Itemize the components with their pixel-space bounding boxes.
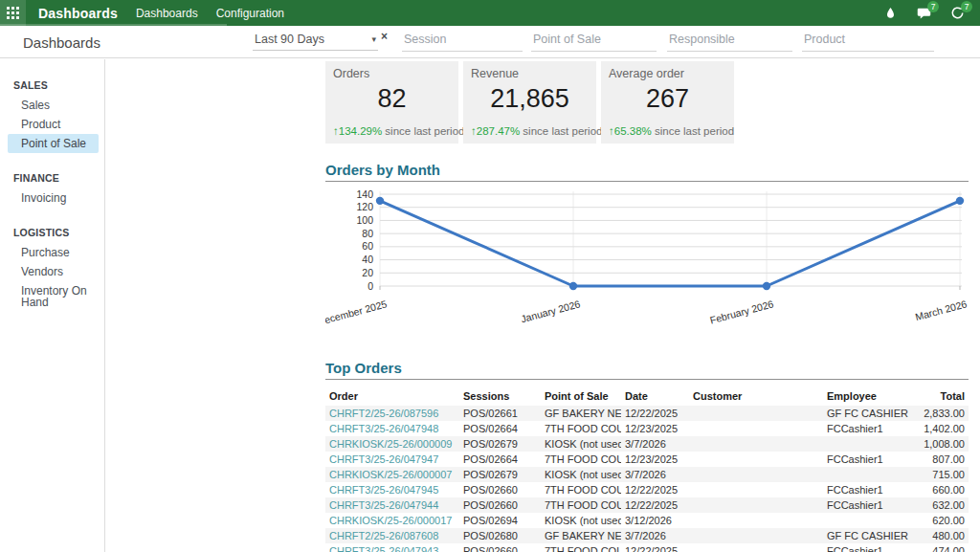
svg-text:March 2026: March 2026 (914, 298, 969, 322)
table-row[interactable]: CHRFT3/25-26/047945POS/026607TH FOOD COU… (325, 482, 969, 497)
cell-pos: GF BAKERY NEW (F (541, 528, 621, 543)
nav-menu-dashboards[interactable]: Dashboards (136, 7, 198, 20)
table-row[interactable]: CHRFT3/25-26/047944POS/026607TH FOOD COU… (325, 497, 969, 513)
cell-order: CHRFT3/25-26/047944 (325, 497, 459, 513)
cell-order: CHRFT3/25-26/047945 (325, 482, 459, 497)
kpi-delta: ↑287.47% since last period (471, 125, 602, 137)
sidebar-item-sales[interactable]: Sales (8, 96, 99, 115)
order-link[interactable]: CHRFT3/25-26/047948 (329, 423, 438, 434)
sidebar-section-logistics: LOGISTICS (0, 222, 104, 243)
table-row[interactable]: CHRFT3/25-26/047948POS/026647TH FOOD COU… (325, 421, 969, 436)
droplet-icon[interactable] (882, 6, 898, 21)
kpi-label: Revenue (471, 67, 589, 80)
activities-icon[interactable]: 7 (949, 6, 965, 21)
sidebar-item-point-of-sale[interactable]: Point of Sale (8, 134, 99, 153)
kpi-card-revenue: Revenue21,865↑287.47% since last period (463, 61, 596, 144)
sidebar-item-invoicing[interactable]: Invoicing (8, 188, 99, 208)
cell-customer (689, 452, 823, 467)
order-link[interactable]: CHRKIOSK/25-26/000007 (329, 469, 452, 480)
kpi-delta: ↑65.38% since last period (609, 125, 734, 137)
table-row[interactable]: CHRFT2/25-26/087608POS/02680GF BAKERY NE… (325, 528, 969, 543)
cell-pos: 7TH FOOD COURT1 (541, 497, 621, 513)
column-header-total[interactable]: Total (911, 388, 969, 406)
remove-filter-icon[interactable]: × (381, 30, 388, 43)
active-app-underline (0, 24, 227, 26)
sidebar-item-product[interactable]: Product (8, 115, 99, 134)
sidebar-item-vendors[interactable]: Vendors (8, 262, 99, 281)
cell-customer (689, 497, 823, 513)
kpi-delta: ↑134.29% since last period (333, 125, 464, 137)
sidebar: SALESSalesProductPoint of SaleFINANCEInv… (0, 59, 105, 552)
order-link[interactable]: CHRFT3/25-26/047943 (329, 545, 438, 552)
column-header-point-of-sale[interactable]: Point of Sale (541, 388, 621, 406)
cell-order: CHRKIOSK/25-26/000007 (325, 467, 459, 482)
cell-date: 12/22/2025 (621, 406, 689, 421)
cell-pos: KIOSK (not used) (541, 513, 621, 528)
cell-total: 620.00 (911, 513, 969, 528)
date-range-filter[interactable]: Last 90 Days ▾ (253, 33, 378, 51)
nav-menu-configuration[interactable]: Configuration (216, 7, 284, 20)
cell-order: CHRFT3/25-26/047947 (325, 452, 459, 467)
sidebar-section-finance: FINANCE (0, 167, 104, 188)
cell-session: POS/02679 (459, 436, 541, 452)
cell-total: 715.00 (911, 467, 969, 482)
svg-text:140: 140 (356, 188, 373, 200)
column-header-customer[interactable]: Customer (689, 388, 823, 406)
cell-date: 12/23/2025 (621, 421, 689, 436)
filter-input-point-of-sale[interactable] (531, 31, 657, 52)
order-link[interactable]: CHRKIOSK/25-26/000017 (329, 515, 452, 526)
cell-employee: GF FC CASHIER Ne (823, 406, 911, 421)
filter-input-responsible[interactable] (667, 31, 792, 52)
cell-total: 632.00 (911, 497, 969, 513)
cell-date: 12/23/2025 (621, 452, 689, 467)
svg-text:80: 80 (362, 228, 373, 239)
cell-session: POS/02660 (459, 497, 541, 513)
order-link[interactable]: CHRFT3/25-26/047947 (329, 453, 438, 465)
chevron-down-icon: ▾ (371, 34, 376, 44)
cell-pos: KIOSK (not used) (541, 467, 621, 482)
table-row[interactable]: CHRKIOSK/25-26/000009POS/02679KIOSK (not… (325, 436, 969, 452)
kpi-label: Average order (609, 67, 726, 80)
table-row[interactable]: CHRFT3/25-26/047943POS/026607TH FOOD COU… (325, 543, 969, 552)
table-row[interactable]: CHRFT2/25-26/087596POS/02661GF BAKERY NE… (325, 406, 969, 421)
cell-date: 12/22/2025 (621, 497, 689, 513)
cell-total: 1,402.00 (911, 421, 969, 436)
cell-session: POS/02680 (459, 528, 541, 543)
date-range-value: Last 90 Days (255, 33, 324, 46)
table-row[interactable]: CHRKIOSK/25-26/000007POS/02679KIOSK (not… (325, 467, 969, 482)
cell-customer (689, 467, 823, 482)
cell-total: 2,833.00 (911, 406, 969, 421)
breadcrumb: Dashboards (23, 34, 100, 51)
filter-input-product[interactable] (802, 31, 934, 52)
cell-order: CHRFT3/25-26/047948 (325, 421, 459, 436)
cell-customer (689, 513, 823, 528)
sidebar-item-inventory-on-hand[interactable]: Inventory On Hand (8, 281, 99, 312)
filter-input-session[interactable] (402, 31, 523, 52)
cell-total: 480.00 (911, 528, 969, 543)
column-header-employee[interactable]: Employee (823, 388, 911, 406)
cell-customer (689, 421, 823, 436)
cell-employee (823, 467, 911, 482)
table-section-title: Top Orders (325, 360, 969, 380)
column-header-sessions[interactable]: Sessions (459, 388, 541, 406)
column-header-order[interactable]: Order (325, 388, 459, 406)
column-header-date[interactable]: Date (621, 388, 689, 406)
svg-text:40: 40 (362, 254, 373, 265)
order-link[interactable]: CHRFT3/25-26/047945 (329, 484, 438, 496)
svg-text:60: 60 (362, 240, 373, 252)
apps-menu-button[interactable] (0, 0, 26, 26)
table-row[interactable]: CHRKIOSK/25-26/000017POS/02694KIOSK (not… (325, 513, 969, 528)
order-link[interactable]: CHRFT2/25-26/087596 (329, 408, 438, 419)
messages-icon[interactable]: 7 (916, 6, 931, 21)
svg-text:120: 120 (356, 201, 373, 212)
app-brand[interactable]: Dashboards (38, 6, 118, 21)
control-panel: Dashboards Last 90 Days ▾ × (0, 26, 980, 58)
order-link[interactable]: CHRKIOSK/25-26/000009 (329, 438, 452, 450)
order-link[interactable]: CHRFT2/25-26/087608 (329, 530, 438, 541)
cell-pos: 7TH FOOD COURT1 (541, 543, 621, 552)
cell-session: POS/02660 (459, 482, 541, 497)
sidebar-item-purchase[interactable]: Purchase (8, 243, 99, 262)
order-link[interactable]: CHRFT3/25-26/047944 (329, 499, 438, 511)
table-row[interactable]: CHRFT3/25-26/047947POS/026647TH FOOD COU… (325, 452, 969, 467)
cell-total: 1,008.00 (911, 436, 969, 452)
